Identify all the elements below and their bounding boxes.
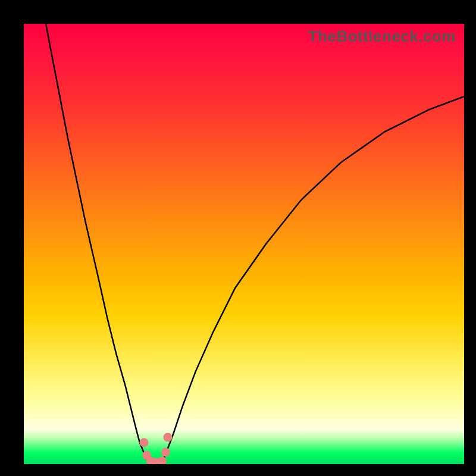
bead-point [158,456,167,464]
chart-frame: TheBottleneck.com [0,0,476,476]
right-curve [162,96,464,462]
chart-svg [24,24,464,464]
left-curve [46,24,149,462]
bead-point [164,433,173,441]
bead-point [140,438,149,447]
trough-beads [140,433,173,464]
plot-area: TheBottleneck.com [24,24,464,464]
bead-point [161,448,170,457]
